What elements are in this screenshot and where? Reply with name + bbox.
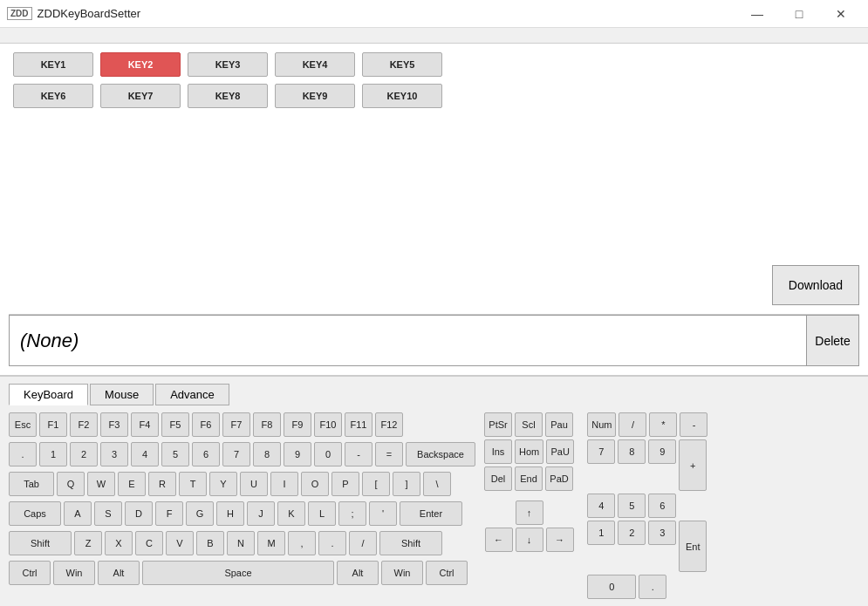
key-pageup[interactable]: PaU (546, 439, 574, 464)
key-f9[interactable]: F9 (284, 412, 311, 437)
key-y[interactable]: Y (209, 472, 237, 496)
key-scroll[interactable]: Scl (515, 412, 543, 437)
key-l[interactable]: L (308, 501, 336, 526)
key-button-7[interactable]: KEY7 (100, 84, 181, 108)
key-button-9[interactable]: KEY9 (275, 84, 355, 108)
key-backspace[interactable]: Backspace (406, 442, 475, 466)
key-f11[interactable]: F11 (345, 412, 372, 437)
maximize-button[interactable]: □ (779, 3, 819, 24)
key-arrow-down[interactable]: ↓ (516, 528, 543, 552)
key-g[interactable]: G (186, 501, 214, 526)
key-num-asterisk[interactable]: * (649, 412, 677, 437)
key-space[interactable]: Space (142, 561, 334, 585)
close-button[interactable]: ✕ (821, 3, 861, 24)
key-9[interactable]: 9 (284, 442, 311, 466)
key-pagedown[interactable]: PaD (545, 466, 573, 491)
key-semicolon[interactable]: ; (338, 501, 366, 526)
key-pause[interactable]: Pau (545, 412, 573, 437)
key-rbracket[interactable]: ] (393, 472, 420, 496)
key-num-dot[interactable]: . (639, 575, 666, 599)
key-f[interactable]: F (155, 501, 183, 526)
key-f1[interactable]: F1 (39, 412, 67, 437)
key-o[interactable]: O (301, 472, 329, 496)
key-4[interactable]: 4 (131, 442, 159, 466)
key-num-minus[interactable]: - (680, 412, 707, 437)
key-t[interactable]: T (179, 472, 207, 496)
key-shift-left[interactable]: Shift (9, 531, 72, 555)
key-tab[interactable]: Tab (9, 472, 54, 496)
key-esc[interactable]: Esc (9, 412, 37, 437)
key-button-4[interactable]: KEY4 (275, 52, 355, 77)
key-period[interactable]: . (318, 531, 346, 555)
key-button-3[interactable]: KEY3 (188, 52, 268, 77)
key-f10[interactable]: F10 (314, 412, 342, 437)
key-f5[interactable]: F5 (161, 412, 189, 437)
key-delete[interactable]: Del (484, 466, 512, 491)
key-u[interactable]: U (240, 472, 268, 496)
key-p[interactable]: P (331, 472, 359, 496)
key-enter[interactable]: Enter (400, 501, 462, 526)
key-v[interactable]: V (166, 531, 194, 555)
key-caps[interactable]: Caps (9, 501, 61, 526)
key-i[interactable]: I (270, 472, 298, 496)
key-slash[interactable]: / (349, 531, 377, 555)
key-r[interactable]: R (148, 472, 176, 496)
key-8[interactable]: 8 (253, 442, 281, 466)
key-win-left[interactable]: Win (53, 561, 95, 585)
key-num-7[interactable]: 7 (587, 439, 615, 464)
key-home[interactable]: Hom (515, 439, 543, 464)
key-f2[interactable]: F2 (70, 412, 98, 437)
key-alt-left[interactable]: Alt (98, 561, 140, 585)
key-insert[interactable]: Ins (484, 439, 512, 464)
key-printscreen[interactable]: PtSr (484, 412, 512, 437)
delete-button[interactable]: Delete (807, 315, 859, 366)
key-arrow-left[interactable]: ← (485, 528, 513, 552)
key-w[interactable]: W (87, 472, 115, 496)
key-f6[interactable]: F6 (192, 412, 220, 437)
key-equals[interactable]: = (375, 442, 403, 466)
key-h[interactable]: H (216, 501, 244, 526)
key-0[interactable]: 0 (314, 442, 342, 466)
key-num-9[interactable]: 9 (648, 439, 676, 464)
key-lbracket[interactable]: [ (362, 472, 390, 496)
key-5[interactable]: 5 (161, 442, 189, 466)
key-num-slash[interactable]: / (619, 412, 646, 437)
key-arrow-right[interactable]: → (546, 528, 574, 552)
tab-mouse[interactable]: Mouse (90, 384, 154, 405)
key-2[interactable]: 2 (70, 442, 98, 466)
key-num-6[interactable]: 6 (648, 494, 676, 518)
key-f7[interactable]: F7 (222, 412, 250, 437)
key-num-1[interactable]: 1 (587, 521, 615, 545)
key-a[interactable]: A (64, 501, 92, 526)
key-backtick[interactable]: . (9, 442, 37, 466)
key-x[interactable]: X (105, 531, 133, 555)
key-q[interactable]: Q (57, 472, 85, 496)
key-button-5[interactable]: KEY5 (362, 52, 442, 77)
key-button-1[interactable]: KEY1 (13, 52, 93, 77)
key-f4[interactable]: F4 (131, 412, 159, 437)
key-num-0[interactable]: 0 (587, 575, 636, 599)
key-num-3[interactable]: 3 (648, 521, 676, 545)
key-num-enter[interactable]: Ent (679, 521, 707, 572)
key-comma[interactable]: , (288, 531, 316, 555)
key-win-right[interactable]: Win (381, 561, 423, 585)
key-num-2[interactable]: 2 (618, 521, 646, 545)
key-num-plus[interactable]: + (679, 439, 707, 491)
key-e[interactable]: E (118, 472, 146, 496)
minimize-button[interactable]: — (737, 3, 777, 24)
tab-keyboard[interactable]: KeyBoard (9, 384, 88, 405)
tab-advance[interactable]: Advance (155, 384, 229, 405)
key-j[interactable]: J (247, 501, 275, 526)
key-c[interactable]: C (135, 531, 163, 555)
key-minus[interactable]: - (345, 442, 372, 466)
key-b[interactable]: B (196, 531, 224, 555)
key-7[interactable]: 7 (222, 442, 250, 466)
scroll-bar[interactable] (0, 28, 868, 44)
key-button-6[interactable]: KEY6 (13, 84, 93, 108)
key-k[interactable]: K (277, 501, 305, 526)
key-s[interactable]: S (94, 501, 122, 526)
key-button-10[interactable]: KEY10 (362, 84, 442, 108)
key-numlock[interactable]: Num (587, 412, 616, 437)
key-button-8[interactable]: KEY8 (188, 84, 268, 108)
key-3[interactable]: 3 (100, 442, 128, 466)
